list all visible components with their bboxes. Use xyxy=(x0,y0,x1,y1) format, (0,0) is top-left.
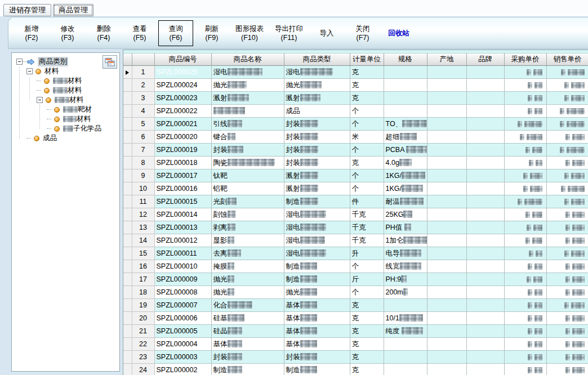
cell-purchase-price[interactable] xyxy=(504,260,546,273)
cell-product-type[interactable]: 基体 xyxy=(284,325,350,338)
tab-inventory-management[interactable]: 进销存管理 xyxy=(3,4,51,16)
cell-product-code[interactable]: SPZL000025 xyxy=(154,66,211,79)
cell-product-code[interactable]: SPZL000010 xyxy=(154,260,211,273)
row-selector-cell[interactable] xyxy=(123,338,132,351)
table-row[interactable]: 4SPZL000022成品个 xyxy=(123,105,588,118)
cell-sale-price[interactable] xyxy=(546,105,588,118)
cell-sale-price[interactable] xyxy=(546,260,588,273)
cell-unit[interactable]: 个 xyxy=(350,118,384,131)
cell-product-code[interactable]: SPZL000011 xyxy=(154,247,211,260)
column-header-7[interactable]: 产地 xyxy=(427,53,466,66)
cell-product-name[interactable]: 键合 xyxy=(211,131,284,144)
cell-product-code[interactable]: SPZL000004 xyxy=(154,338,211,351)
cell-brand[interactable] xyxy=(466,144,504,157)
cell-product-code[interactable]: SPZL000024 xyxy=(154,79,211,92)
cell-product-code[interactable]: SPZL000021 xyxy=(154,118,211,131)
row-selector-cell[interactable] xyxy=(123,221,132,234)
cell-purchase-price[interactable] xyxy=(504,118,546,131)
column-header-5[interactable]: 计量单位 xyxy=(350,53,384,66)
table-row[interactable]: 6SPZL000020键合封装米超细 xyxy=(123,131,588,144)
cell-brand[interactable] xyxy=(466,273,504,286)
cell-purchase-price[interactable] xyxy=(504,144,546,157)
tree-node-finished-goods[interactable]: 成品 xyxy=(12,133,119,143)
cell-product-name[interactable]: 基体 xyxy=(211,338,284,351)
row-selector-cell[interactable] xyxy=(123,182,132,195)
cell-unit[interactable]: 个 xyxy=(350,169,384,182)
column-header-8[interactable]: 品牌 xyxy=(466,53,504,66)
cell-purchase-price[interactable] xyxy=(504,273,546,286)
cell-product-code[interactable]: SPZL000013 xyxy=(154,221,211,234)
cell-unit[interactable]: 件 xyxy=(350,195,384,208)
cell-origin[interactable] xyxy=(427,286,466,299)
cell-brand[interactable] xyxy=(466,195,504,208)
row-selector-cell[interactable] xyxy=(123,312,132,325)
cell-brand[interactable] xyxy=(466,208,504,221)
cell-brand[interactable] xyxy=(466,118,504,131)
cell-spec[interactable] xyxy=(384,299,427,312)
table-row[interactable]: 16SPZL000010掩膜制造个线宽 xyxy=(123,260,588,273)
cell-spec[interactable]: 线宽 xyxy=(384,260,427,273)
cell-origin[interactable] xyxy=(427,79,466,92)
cell-product-type[interactable]: 成品 xyxy=(284,105,350,118)
cell-unit[interactable]: 斤 xyxy=(350,273,384,286)
cell-purchase-price[interactable] xyxy=(504,105,546,118)
cell-purchase-price[interactable] xyxy=(504,351,546,364)
cell-product-type[interactable]: 湿电 xyxy=(284,66,350,79)
cell-spec[interactable]: 纯度 xyxy=(384,325,427,338)
cell-product-code[interactable]: SPZL000012 xyxy=(154,234,211,247)
cell-spec[interactable]: 1加仑 xyxy=(384,234,427,247)
row-selector-cell[interactable] xyxy=(123,105,132,118)
table-row[interactable]: 14SPZL000012显影湿电千克1加仑 xyxy=(123,234,588,247)
cell-unit[interactable]: 克 xyxy=(350,325,384,338)
cell-brand[interactable] xyxy=(466,169,504,182)
recycle-bin-button[interactable]: 回收站 xyxy=(381,20,416,46)
column-header-4[interactable]: 商品类型 xyxy=(284,53,350,66)
row-selector-cell[interactable] xyxy=(123,234,132,247)
cell-product-code[interactable]: SPZL000003 xyxy=(154,351,211,364)
row-selector-cell[interactable] xyxy=(123,79,132,92)
cell-sale-price[interactable] xyxy=(546,338,588,351)
row-selector-cell[interactable] xyxy=(123,131,132,144)
cell-product-name[interactable]: 硅基 xyxy=(211,312,284,325)
cell-purchase-price[interactable] xyxy=(504,338,546,351)
cell-spec[interactable]: TO、 xyxy=(384,118,427,131)
cell-product-type[interactable]: 制造 xyxy=(284,364,350,375)
cell-sale-price[interactable] xyxy=(546,325,588,338)
cell-sale-price[interactable] xyxy=(546,182,588,195)
table-row[interactable]: 7SPZL000019封装封装个PCBA xyxy=(123,144,588,157)
cell-purchase-price[interactable] xyxy=(504,234,546,247)
row-selector-cell[interactable] xyxy=(123,195,132,208)
cell-spec[interactable]: PH:9 xyxy=(384,273,427,286)
collapse-expander-icon[interactable] xyxy=(37,97,43,103)
import-button[interactable]: 导入 xyxy=(309,20,344,46)
cell-purchase-price[interactable] xyxy=(504,325,546,338)
cell-unit[interactable]: 个 xyxy=(350,182,384,195)
cell-purchase-price[interactable] xyxy=(504,364,546,375)
cell-purchase-price[interactable] xyxy=(504,312,546,325)
cell-product-type[interactable]: 湿电 xyxy=(284,247,350,260)
cell-product-type[interactable]: 湿电 xyxy=(284,234,350,247)
cell-purchase-price[interactable] xyxy=(504,169,546,182)
cell-spec[interactable] xyxy=(384,364,427,375)
cell-product-name[interactable]: 抛光 xyxy=(211,286,284,299)
table-row[interactable]: 21SPZL000005硅晶基体克纯度 xyxy=(123,325,588,338)
tree-node-target-material[interactable]: 靶材 xyxy=(12,105,119,114)
cell-brand[interactable] xyxy=(466,351,504,364)
cell-origin[interactable] xyxy=(427,364,466,375)
cell-sale-price[interactable] xyxy=(546,351,588,364)
cell-product-type[interactable]: 制造 xyxy=(284,260,350,273)
cell-purchase-price[interactable] xyxy=(504,221,546,234)
cell-product-name[interactable]: 溅射 xyxy=(211,92,284,105)
table-row[interactable]: 15SPZL000011去离湿电升电导 xyxy=(123,247,588,260)
cell-product-name[interactable]: 抛光 xyxy=(211,273,284,286)
column-header-9[interactable]: 采购单价 xyxy=(504,53,546,66)
row-selector-cell[interactable] xyxy=(123,286,132,299)
cell-origin[interactable] xyxy=(427,273,466,286)
cell-product-code[interactable]: SPZL000009 xyxy=(154,273,211,286)
cell-brand[interactable] xyxy=(466,338,504,351)
table-row[interactable]: 24SPZL000002制造制造克 xyxy=(123,364,588,375)
cell-brand[interactable] xyxy=(466,105,504,118)
cell-sale-price[interactable] xyxy=(546,364,588,375)
cell-unit[interactable]: 克 xyxy=(350,66,384,79)
tree-node-material-sub-3-2[interactable]: 材料 xyxy=(12,114,119,124)
